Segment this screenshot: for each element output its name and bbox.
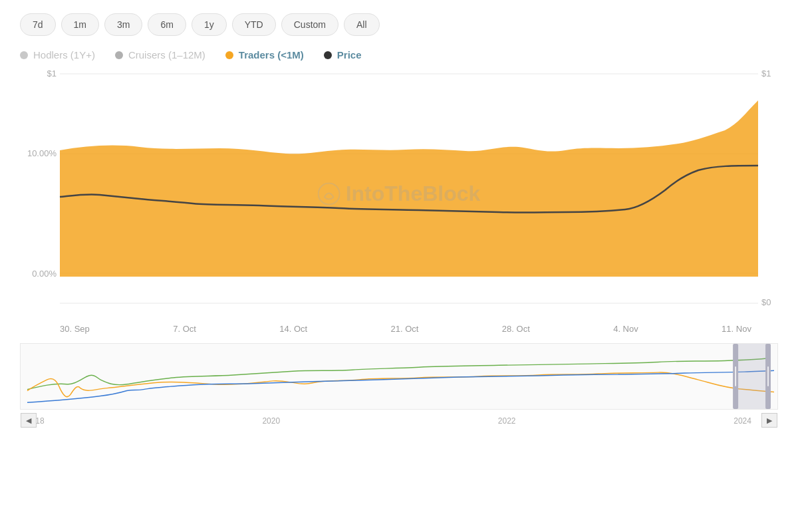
btn-6m[interactable]: 6m [148,13,186,36]
btn-custom[interactable]: Custom [281,13,338,36]
svg-text:$1: $1 [47,68,57,78]
x-label-oct28: 28. Oct [502,324,530,334]
x-label-nov11: 11. Nov [722,324,751,334]
svg-rect-11 [734,344,771,409]
mini-x-2024: 2024 [733,416,751,426]
svg-text:10.00%: 10.00% [27,148,57,158]
cruisers-label: Cruisers (1–12M) [128,49,205,61]
app-container: 7d 1m 3m 6m 1y YTD Custom All Hodlers (1… [0,0,798,532]
legend-traders[interactable]: Traders (<1M) [225,49,304,61]
x-label-nov4: 4. Nov [613,324,638,334]
legend-hodlers[interactable]: Hodlers (1Y+) [20,49,95,61]
mini-chart-area: ◀ ▶ [20,343,778,410]
scroll-left-button[interactable]: ◀ [21,413,37,428]
main-chart-x-labels: 30. Sep 7. Oct 14. Oct 21. Oct 28. Oct 4… [20,320,778,338]
x-label-oct14: 14. Oct [279,324,307,334]
mini-x-2020: 2020 [262,416,280,426]
btn-1m[interactable]: 1m [61,13,99,36]
traders-label: Traders (<1M) [239,49,304,61]
svg-text:$1: $1 [761,68,771,78]
legend-price[interactable]: Price [324,49,362,61]
legend-cruisers[interactable]: Cruisers (1–12M) [115,49,205,61]
main-chart-svg: $1 10.00% 0.00% $1 $0 [20,67,778,320]
x-label-oct7: 7. Oct [173,324,196,334]
price-dot [324,51,332,59]
x-label-sep30: 30. Sep [60,324,90,334]
btn-all[interactable]: All [344,13,380,36]
btn-ytd[interactable]: YTD [232,13,276,36]
mini-chart-svg [21,344,777,409]
cruisers-dot [115,51,123,59]
btn-1y[interactable]: 1y [192,13,227,36]
svg-text:$0: $0 [761,297,771,307]
scroll-right-button[interactable]: ▶ [761,413,777,428]
price-label: Price [337,49,362,61]
btn-3m[interactable]: 3m [104,13,142,36]
hodlers-dot [20,51,28,59]
traders-dot [225,51,233,59]
time-range-toolbar: 7d 1m 3m 6m 1y YTD Custom All [20,13,778,36]
svg-text:0.00%: 0.00% [32,269,57,279]
mini-chart-x-labels: 2018 2020 2022 2024 [20,414,778,426]
btn-7d[interactable]: 7d [20,13,56,36]
hodlers-label: Hodlers (1Y+) [33,49,95,61]
x-label-oct21: 21. Oct [391,324,419,334]
chart-legend: Hodlers (1Y+) Cruisers (1–12M) Traders (… [20,49,778,61]
main-chart-area: IntoTheBlock $1 10.00% 0.00% $1 $0 [20,67,778,320]
mini-x-2022: 2022 [498,416,516,426]
svg-rect-10 [21,344,777,409]
